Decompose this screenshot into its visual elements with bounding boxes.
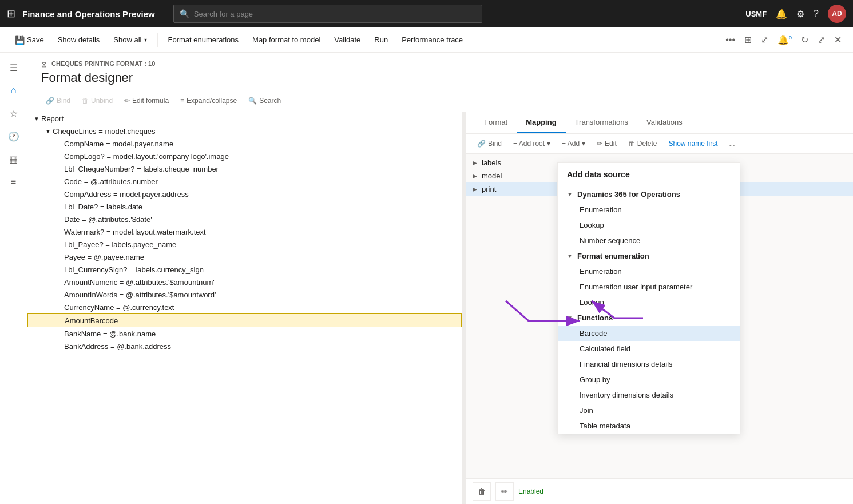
tree-toggle-icon[interactable]: ▼	[32, 114, 41, 123]
expand-icon[interactable]: ⤢	[759, 32, 771, 47]
tree-item[interactable]: Lbl_ChequeNumber? = labels.cheque_number	[27, 162, 462, 175]
tree-scroll[interactable]: ▼ Report ▼ ChequeLines = model.cheques C…	[27, 112, 462, 504]
tree-toggle-icon[interactable]	[55, 329, 64, 338]
validate-button[interactable]: Validate	[328, 32, 366, 47]
ads-item[interactable]: Join	[558, 403, 740, 418]
search-bar[interactable]: 🔍	[173, 5, 482, 23]
tree-toggle-icon[interactable]	[55, 316, 65, 325]
ads-section-header[interactable]: ▼Functions	[558, 310, 740, 326]
ads-section-header[interactable]: ▼Dynamics 365 for Operations	[558, 186, 740, 202]
search-input[interactable]	[194, 10, 476, 18]
save-button[interactable]: 💾 Save	[9, 32, 50, 48]
settings-icon[interactable]: ⚙	[796, 9, 804, 19]
tree-item[interactable]: Code = @.attributes.number	[27, 175, 462, 188]
performance-trace-button[interactable]: Performance trace	[396, 32, 469, 47]
tree-toggle-icon[interactable]	[55, 177, 64, 186]
tree-toggle-icon[interactable]	[55, 227, 64, 236]
tree-toggle-icon[interactable]	[55, 290, 64, 299]
search-button[interactable]: 🔍 Search	[244, 94, 285, 107]
refresh-icon[interactable]: ↻	[799, 32, 811, 47]
tree-item[interactable]: CompAddress = model.payer.address	[27, 188, 462, 200]
tree-toggle-icon[interactable]	[55, 277, 64, 287]
tree-toggle-icon[interactable]: ▼	[43, 126, 53, 136]
external-link-icon[interactable]: ⤤	[815, 32, 827, 47]
format-enumerations-button[interactable]: Format enumerations	[162, 32, 245, 47]
map-format-to-model-button[interactable]: Map format to model	[247, 32, 326, 47]
tab-transformations[interactable]: Transformations	[566, 112, 637, 133]
tree-toggle-icon[interactable]	[55, 342, 64, 351]
tab-mapping[interactable]: Mapping	[517, 112, 565, 133]
tree-item[interactable]: Lbl_CurrencySign? = labels.currency_sign	[27, 263, 462, 276]
home-icon[interactable]: ⌂	[3, 80, 24, 101]
ads-item[interactable]: Enumeration user input parameter	[558, 279, 740, 295]
tree-toggle-icon[interactable]	[55, 252, 64, 261]
calendar-icon[interactable]: ▦	[3, 149, 24, 169]
edit-item-button[interactable]: ✏	[495, 482, 514, 501]
tree-item[interactable]: AmountInWords = @.attributes.'$amountwor…	[27, 288, 462, 301]
tree-toggle-icon[interactable]	[55, 152, 64, 161]
tree-item[interactable]: BankAddress = @.bank.address	[27, 340, 462, 352]
tree-item[interactable]: AmountNumeric = @.attributes.'$amountnum…	[27, 276, 462, 288]
notification-icon[interactable]: 🔔0	[775, 32, 794, 47]
run-button[interactable]: Run	[368, 32, 394, 47]
more-icon[interactable]: •••	[723, 33, 737, 47]
show-name-first-button[interactable]: Show name first	[664, 137, 722, 150]
tab-format[interactable]: Format	[475, 112, 517, 133]
hamburger-icon[interactable]: ☰	[3, 57, 24, 78]
tree-toggle-icon[interactable]	[55, 189, 64, 199]
ads-item[interactable]: Table metadata	[558, 418, 740, 434]
tree-toggle-icon[interactable]	[55, 303, 64, 312]
tree-item[interactable]: Payee = @.payee.name	[27, 251, 462, 263]
tree-item[interactable]: AmountBarcode	[27, 313, 462, 327]
star-icon[interactable]: ☆	[3, 103, 24, 124]
help-icon[interactable]: ?	[814, 9, 819, 19]
edit-button[interactable]: ✏ Edit	[592, 137, 621, 150]
clock-icon[interactable]: 🕐	[3, 126, 24, 146]
tree-item[interactable]: ▼ ChequeLines = model.cheques	[27, 125, 462, 137]
tree-toggle-icon[interactable]	[55, 139, 64, 148]
ads-section-header[interactable]: ▼Format enumeration	[558, 248, 740, 264]
tree-item[interactable]: ▼ Report	[27, 112, 462, 125]
show-details-button[interactable]: Show details	[52, 32, 106, 47]
tree-item[interactable]: CurrencyName = @.currency.text	[27, 301, 462, 313]
edit-formula-button[interactable]: ✏ Edit formula	[120, 94, 173, 107]
tree-toggle-icon[interactable]	[55, 164, 64, 173]
ads-item[interactable]: Number sequence	[558, 233, 740, 248]
ads-item[interactable]: Lookup	[558, 295, 740, 310]
tree-item[interactable]: Lbl_Date? = labels.date	[27, 200, 462, 213]
bell-icon[interactable]: 🔔	[776, 9, 787, 19]
delete-item-button[interactable]: 🗑	[473, 482, 491, 501]
apps-icon[interactable]: ⊞	[7, 7, 15, 20]
tab-validations[interactable]: Validations	[637, 112, 692, 133]
bind-button[interactable]: 🔗 Bind	[41, 94, 75, 107]
ads-item[interactable]: Inventory dimensions details	[558, 387, 740, 403]
avatar[interactable]: AD	[828, 5, 846, 23]
tree-item[interactable]: Watermark? = model.layout.watermark.text	[27, 225, 462, 238]
expand-collapse-button[interactable]: ≡ Expand/collapse	[176, 94, 241, 107]
ads-item[interactable]: Barcode	[558, 326, 740, 341]
grid-view-icon[interactable]: ⊞	[742, 32, 754, 47]
ads-item[interactable]: Enumeration	[558, 264, 740, 279]
ads-item[interactable]: Calculated field	[558, 341, 740, 356]
unbind-button[interactable]: 🗑 Unbind	[77, 94, 117, 107]
tree-item[interactable]: CompName = model.payer.name	[27, 137, 462, 150]
close-icon[interactable]: ✕	[832, 32, 844, 47]
tree-toggle-icon[interactable]	[55, 215, 64, 224]
add-button[interactable]: + Add ▾	[557, 137, 590, 150]
tree-toggle-icon[interactable]	[55, 265, 64, 274]
delete-button[interactable]: 🗑 Delete	[624, 137, 662, 150]
add-root-button[interactable]: + Add root ▾	[509, 137, 555, 150]
tree-item[interactable]: BankName = @.bank.name	[27, 327, 462, 340]
ads-item[interactable]: Group by	[558, 372, 740, 387]
tree-toggle-icon[interactable]	[55, 202, 64, 211]
tree-toggle-icon[interactable]	[55, 240, 64, 249]
mapping-more-button[interactable]: ...	[725, 137, 740, 150]
tree-item[interactable]: CompLogo? = model.layout.'company logo'.…	[27, 150, 462, 162]
tree-item[interactable]: Date = @.attributes.'$date'	[27, 213, 462, 225]
ads-item[interactable]: Lookup	[558, 217, 740, 233]
list-icon[interactable]: ≡	[3, 172, 24, 192]
ads-item[interactable]: Enumeration	[558, 202, 740, 217]
show-all-button[interactable]: Show all ▾	[108, 32, 152, 47]
ads-item[interactable]: Financial dimensions details	[558, 356, 740, 372]
mapping-bind-button[interactable]: 🔗 Bind	[473, 137, 506, 150]
